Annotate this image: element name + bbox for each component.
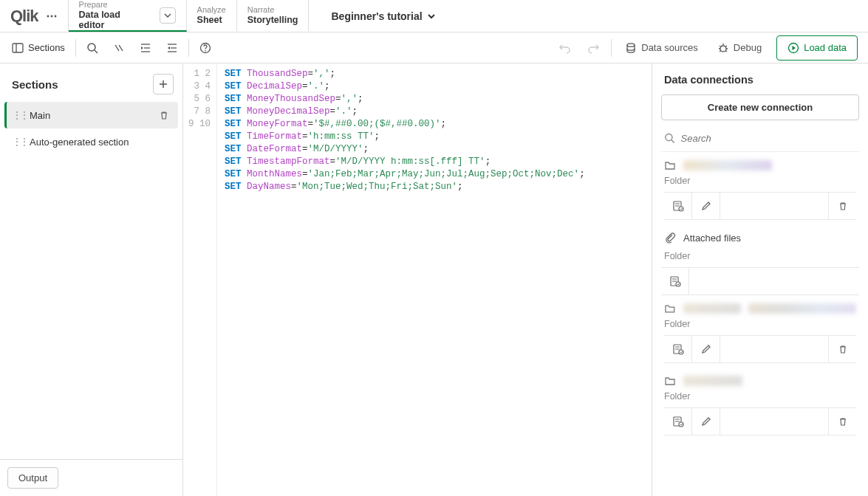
- pencil-icon: [700, 343, 712, 355]
- delete-connection-button[interactable]: [828, 336, 856, 362]
- svg-line-20: [720, 46, 721, 47]
- section-name: Main: [30, 110, 151, 121]
- trash-icon: [838, 416, 848, 427]
- select-data-button[interactable]: [664, 408, 692, 435]
- grip-icon[interactable]: [12, 136, 22, 148]
- indent-icon: [140, 42, 151, 54]
- select-data-icon: [672, 343, 684, 355]
- connections-heading: Data connections: [661, 74, 859, 86]
- edit-connection-button[interactable]: [692, 193, 720, 219]
- code-editor[interactable]: SET ThousandSep=','; SET DecimalSep='.';…: [217, 63, 652, 496]
- app-more-icon[interactable]: [46, 10, 58, 22]
- undo-icon: [558, 42, 572, 54]
- play-icon: [787, 42, 799, 54]
- indent-button[interactable]: [132, 36, 159, 60]
- edit-connection-button[interactable]: [692, 408, 720, 435]
- redacted-text: [748, 303, 856, 314]
- svg-point-17: [627, 43, 635, 46]
- delete-section-button[interactable]: [159, 110, 169, 120]
- edit-connection-button[interactable]: [692, 336, 720, 362]
- panel-icon: [12, 42, 24, 54]
- connection-type: Folder: [661, 251, 859, 261]
- svg-point-29: [666, 134, 672, 141]
- svg-rect-3: [13, 44, 23, 52]
- toggle-sections-button[interactable]: Sections: [4, 36, 72, 60]
- svg-point-0: [47, 15, 49, 17]
- connection-search-input[interactable]: [681, 133, 856, 144]
- connection-item[interactable]: Folder: [661, 152, 859, 224]
- delete-connection-button[interactable]: [828, 193, 856, 219]
- connection-type: Folder: [664, 319, 856, 329]
- svg-line-8: [119, 45, 123, 51]
- load-data-label: Load data: [804, 42, 847, 53]
- select-data-button[interactable]: [661, 268, 689, 294]
- section-name: Auto-generated section: [30, 137, 169, 148]
- undo-button[interactable]: [552, 36, 578, 60]
- data-sources-icon: [625, 42, 637, 54]
- attachment-icon: [664, 232, 676, 244]
- sections-heading: Sections: [12, 78, 58, 91]
- folder-icon: [664, 159, 676, 171]
- svg-line-24: [720, 50, 721, 52]
- nav-prepare-small: Prepare: [79, 0, 126, 9]
- comment-icon: [113, 42, 125, 54]
- select-data-button[interactable]: [664, 336, 692, 362]
- pencil-icon: [700, 200, 712, 212]
- output-button[interactable]: Output: [7, 467, 58, 489]
- svg-line-30: [671, 140, 674, 143]
- search-icon: [664, 132, 675, 144]
- redo-icon: [587, 42, 600, 54]
- line-gutter: 1 2 3 4 5 6 7 8 9 10: [183, 63, 217, 496]
- debug-label: Debug: [734, 42, 762, 53]
- folder-icon: [664, 375, 676, 387]
- section-item[interactable]: Main: [4, 102, 178, 128]
- svg-line-25: [725, 50, 727, 52]
- search-button[interactable]: [79, 36, 106, 60]
- select-data-icon: [672, 200, 684, 212]
- debug-icon: [717, 42, 729, 54]
- trash-icon: [838, 344, 848, 354]
- redacted-text: [683, 376, 742, 386]
- svg-point-2: [54, 15, 56, 17]
- nav-tab-analyze[interactable]: Analyze Sheet: [187, 0, 237, 32]
- help-button[interactable]: [192, 36, 219, 60]
- qlik-logo: Qlik: [10, 7, 38, 26]
- attached-files-item[interactable]: Attached files: [661, 224, 859, 247]
- add-section-button[interactable]: [153, 74, 174, 94]
- svg-point-42: [679, 350, 683, 354]
- nav-analyze-small: Analyze: [197, 5, 226, 14]
- nav-prepare-dropdown[interactable]: [160, 7, 176, 24]
- connection-item[interactable]: Folder: [661, 295, 859, 368]
- grip-icon[interactable]: [12, 109, 22, 121]
- data-sources-button[interactable]: Data sources: [616, 36, 707, 60]
- folder-icon: [664, 303, 676, 314]
- connection-item[interactable]: Folder: [661, 368, 859, 440]
- debug-button[interactable]: Debug: [708, 36, 770, 60]
- plus-icon: [158, 79, 168, 89]
- svg-point-34: [679, 207, 683, 211]
- nav-narrate-small: Narrate: [247, 5, 298, 14]
- nav-tab-prepare[interactable]: Prepare Data load editor: [69, 0, 187, 32]
- redacted-text: [683, 160, 772, 170]
- nav-analyze-main: Sheet: [197, 15, 226, 25]
- redo-button[interactable]: [580, 36, 606, 60]
- svg-point-46: [679, 422, 683, 427]
- section-item[interactable]: Auto-generated section: [4, 128, 178, 155]
- outdent-button[interactable]: [159, 36, 185, 60]
- select-data-icon: [669, 275, 681, 287]
- delete-connection-button[interactable]: [828, 408, 856, 435]
- divider: [75, 39, 76, 57]
- svg-line-7: [115, 45, 119, 51]
- svg-point-5: [88, 44, 95, 51]
- select-data-button[interactable]: [664, 193, 692, 219]
- pencil-icon: [700, 416, 712, 427]
- load-data-button[interactable]: Load data: [776, 35, 858, 61]
- svg-point-16: [205, 50, 206, 52]
- create-connection-button[interactable]: Create new connection: [661, 94, 859, 120]
- nav-tab-narrate[interactable]: Narrate Storytelling: [237, 0, 310, 32]
- svg-line-21: [725, 46, 727, 47]
- comment-button[interactable]: [106, 36, 132, 60]
- divider: [611, 39, 612, 57]
- chevron-down-icon[interactable]: [427, 12, 436, 21]
- app-title[interactable]: Beginner's tutorial: [331, 10, 422, 22]
